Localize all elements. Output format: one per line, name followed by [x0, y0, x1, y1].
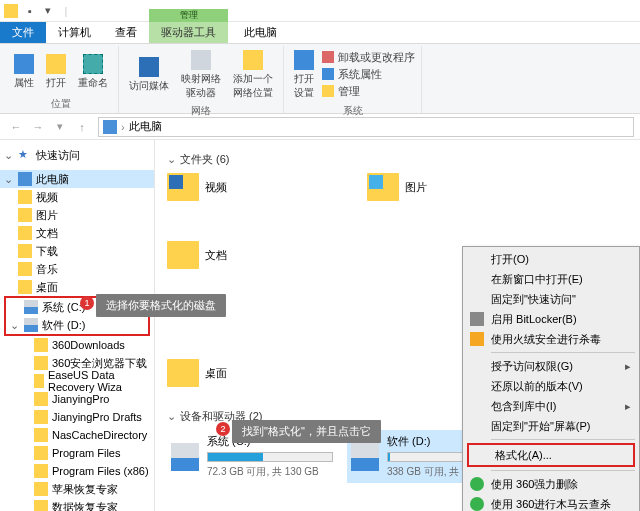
- nav-downloads[interactable]: 下载: [0, 242, 154, 260]
- btn-map-drive[interactable]: 映射网络 驱动器: [177, 46, 225, 102]
- ctx-open-new-window[interactable]: 在新窗口中打开(E): [465, 269, 637, 289]
- nav-subfolder[interactable]: Program Files: [0, 444, 154, 462]
- separator: [491, 352, 635, 353]
- star-icon: ★: [18, 148, 32, 162]
- folder-icon: [18, 262, 32, 276]
- drive-icon: [351, 443, 379, 471]
- nav-up-icon[interactable]: ↑: [72, 117, 92, 137]
- group-folders-header[interactable]: ⌄文件夹 (6): [167, 152, 628, 167]
- btn-open-settings[interactable]: 打开 设置: [290, 46, 318, 102]
- separator: [491, 439, 635, 440]
- nav-drive-d[interactable]: ⌄软件 (D:): [6, 316, 148, 334]
- folder-icon: [34, 500, 48, 511]
- btn-manage[interactable]: 管理: [322, 84, 415, 99]
- folder-icon: [34, 428, 48, 442]
- drive-icon: [24, 318, 38, 332]
- badge-2: 2: [216, 422, 230, 436]
- ctx-360-trojan[interactable]: 使用 360进行木马云查杀: [465, 494, 637, 511]
- folder-icon: [18, 280, 32, 294]
- title-bar: ▪ ▾ |: [0, 0, 640, 22]
- tab-drive-tools[interactable]: 管理 驱动器工具: [149, 22, 228, 43]
- nav-subfolder[interactable]: 苹果恢复专家: [0, 480, 154, 498]
- tab-computer[interactable]: 计算机: [46, 22, 103, 43]
- drive-usage-bar: [207, 452, 333, 462]
- ribbon: 属性 打开 重命名 位置 访问媒体 映射网络 驱动器 添加一个 网络位置 网络 …: [0, 44, 640, 114]
- badge-1: 1: [80, 296, 94, 310]
- btn-open[interactable]: 打开: [42, 46, 70, 95]
- ctx-open[interactable]: 打开(O): [465, 249, 637, 269]
- btn-properties[interactable]: 属性: [10, 46, 38, 95]
- pc-icon: [18, 172, 32, 186]
- tab-this-pc: 此电脑: [232, 22, 289, 43]
- qat-dropdown-icon[interactable]: ▾: [40, 3, 56, 19]
- folder-icon: [18, 226, 32, 240]
- folder-icon: [367, 173, 399, 201]
- ribbon-group-network: 访问媒体 映射网络 驱动器 添加一个 网络位置 网络: [119, 46, 284, 113]
- ctx-grant-access[interactable]: 授予访问权限(G)▸: [465, 356, 637, 376]
- ctx-bitlocker[interactable]: 启用 BitLocker(B): [465, 309, 637, 329]
- nav-subfolder[interactable]: 360Downloads: [0, 336, 154, 354]
- btn-uninstall[interactable]: 卸载或更改程序: [322, 50, 415, 65]
- folder-icon: [167, 241, 199, 269]
- folder-icon: [34, 392, 48, 406]
- nav-back-icon[interactable]: ←: [6, 117, 26, 137]
- nav-recent-icon[interactable]: ▾: [50, 117, 70, 137]
- folder-icon: [18, 190, 32, 204]
- context-tab-label: 驱动器工具: [161, 25, 216, 40]
- qat-icon[interactable]: ▪: [22, 3, 38, 19]
- folder-item[interactable]: 视频: [167, 173, 327, 201]
- nav-subfolder[interactable]: Program Files (x86): [0, 462, 154, 480]
- btn-sys-props[interactable]: 系统属性: [322, 67, 415, 82]
- btn-rename[interactable]: 重命名: [74, 46, 112, 95]
- address-bar: ← → ▾ ↑ › 此电脑: [0, 114, 640, 140]
- nav-music[interactable]: 音乐: [0, 260, 154, 278]
- folder-item[interactable]: 文档: [167, 241, 327, 269]
- nav-subfolder[interactable]: EaseUS Data Recovery Wiza: [0, 372, 154, 390]
- folder-item[interactable]: 图片: [367, 173, 527, 201]
- highlight-format: 格式化(A)...: [467, 443, 635, 467]
- shield-icon: [470, 332, 484, 346]
- ctx-restore-previous[interactable]: 还原以前的版本(V): [465, 376, 637, 396]
- breadcrumb-sep: ›: [121, 121, 125, 133]
- group-label-location: 位置: [51, 95, 71, 113]
- chevron-down-icon: ⌄: [167, 153, 176, 166]
- folder-icon: [34, 482, 48, 496]
- breadcrumb-item[interactable]: 此电脑: [129, 119, 162, 134]
- pc-icon: [103, 120, 117, 134]
- ctx-pin-quick[interactable]: 固定到"快速访问": [465, 289, 637, 309]
- drive-free: 72.3 GB 可用, 共 130 GB: [207, 465, 333, 479]
- app-icon: [4, 4, 18, 18]
- nav-this-pc[interactable]: ⌄此电脑: [0, 170, 154, 188]
- folder-item[interactable]: 桌面: [167, 359, 327, 387]
- ribbon-group-location: 属性 打开 重命名 位置: [4, 46, 119, 113]
- 360-icon: [470, 497, 484, 511]
- nav-quick-access[interactable]: ⌄★快速访问: [0, 146, 154, 164]
- ctx-format[interactable]: 格式化(A)...: [469, 445, 633, 465]
- ribbon-group-system: 打开 设置 卸载或更改程序 系统属性 管理 系统: [284, 46, 422, 113]
- ctx-pin-start[interactable]: 固定到"开始"屏幕(P): [465, 416, 637, 436]
- chevron-down-icon: ⌄: [167, 410, 176, 423]
- ctx-360-shred[interactable]: 使用 360强力删除: [465, 474, 637, 494]
- nav-video[interactable]: 视频: [0, 188, 154, 206]
- nav-pictures[interactable]: 图片: [0, 206, 154, 224]
- chevron-right-icon: ▸: [625, 400, 631, 413]
- lock-icon: [470, 312, 484, 326]
- breadcrumb[interactable]: › 此电脑: [98, 117, 634, 137]
- ribbon-tabs: 文件 计算机 查看 管理 驱动器工具 此电脑: [0, 22, 640, 44]
- folder-icon: [18, 244, 32, 258]
- ctx-include-library[interactable]: 包含到库中(I)▸: [465, 396, 637, 416]
- btn-add-net[interactable]: 添加一个 网络位置: [229, 46, 277, 102]
- folder-icon: [34, 446, 48, 460]
- separator: [491, 470, 635, 471]
- nav-subfolder[interactable]: JianyingPro Drafts: [0, 408, 154, 426]
- context-group-label: 管理: [149, 9, 228, 22]
- nav-subfolder[interactable]: NasCacheDirectory: [0, 426, 154, 444]
- btn-access-media[interactable]: 访问媒体: [125, 46, 173, 102]
- nav-documents[interactable]: 文档: [0, 224, 154, 242]
- tab-file[interactable]: 文件: [0, 22, 46, 43]
- nav-fwd-icon[interactable]: →: [28, 117, 48, 137]
- tab-view[interactable]: 查看: [103, 22, 149, 43]
- 360-icon: [470, 477, 484, 491]
- nav-subfolder[interactable]: 数据恢复专家: [0, 498, 154, 511]
- ctx-huorong-scan[interactable]: 使用火绒安全进行杀毒: [465, 329, 637, 349]
